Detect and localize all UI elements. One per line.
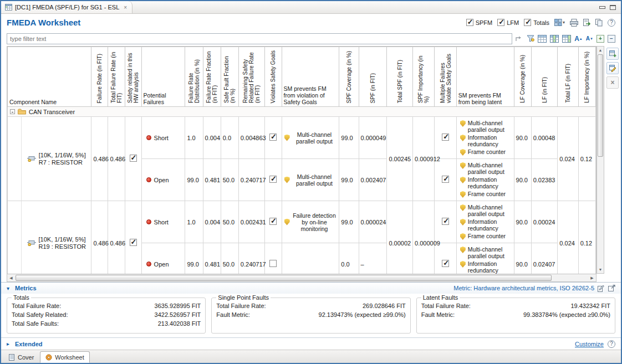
sm-violation-cell[interactable]: Failure detection by on-line monitoring [282, 201, 339, 243]
sm-latent-cell[interactable]: Multi-channel parallel output Informatio… [456, 243, 514, 274]
spf-importancy-cell[interactable]: 0.000912 [413, 117, 435, 201]
failure-rate-cell[interactable]: 0.486 [91, 117, 108, 201]
fr-distribution-cell[interactable]: 99.0 [185, 243, 203, 274]
sm-latent-cell[interactable]: Multi-channel parallel output Informatio… [456, 117, 514, 159]
lf-cell[interactable]: 0.00048 [531, 117, 558, 159]
vertical-scroll-thumb[interactable] [598, 54, 603, 157]
collapse-section-icon[interactable]: ▾ [7, 285, 12, 291]
open-metric-icon[interactable] [608, 285, 615, 291]
toggle-lfm[interactable]: LFM [497, 19, 519, 26]
lf-coverage-cell[interactable]: 90.0 [514, 159, 531, 201]
lf-coverage-cell[interactable]: 90.0 [514, 201, 531, 243]
violates-sg-cell[interactable] [264, 159, 282, 201]
horizontal-scrollbar[interactable]: ◀ ▶ [7, 274, 596, 282]
multiple-failures-checkbox[interactable] [442, 134, 449, 141]
lf-cell[interactable]: 0.02383 [531, 159, 558, 201]
multiple-failures-cell[interactable] [435, 243, 456, 274]
sm-violation-cell[interactable]: Multi-channel parallel output [282, 159, 339, 201]
lf-cell[interactable]: 0.00024 [531, 201, 558, 243]
scroll-up-icon[interactable]: ▲ [597, 47, 604, 54]
violates-sg-cell[interactable] [264, 243, 282, 274]
total-spf-cell[interactable]: 0.00245 [387, 117, 413, 201]
help-button[interactable]: ? [608, 19, 615, 27]
collapse-all-button[interactable]: − [608, 35, 615, 43]
spf-coverage-cell[interactable]: 99.0 [339, 117, 359, 159]
safe-fault-cell[interactable]: 50.0 [221, 243, 238, 274]
fr-distribution-cell[interactable]: 99.0 [185, 159, 203, 201]
spf-cell[interactable]: 0.000024 [359, 201, 387, 243]
fr-distribution-cell[interactable]: 1.0 [185, 201, 203, 243]
lf-coverage-cell[interactable]: 90.0 [514, 243, 531, 274]
violates-sg-cell[interactable] [264, 201, 282, 243]
spf-cell[interactable]: – [359, 243, 387, 274]
spf-coverage-cell[interactable]: 0.0 [339, 243, 359, 274]
lf-importancy-cell[interactable]: 0.12 [578, 117, 595, 201]
remaining-rate-cell[interactable]: 0.240717 [238, 159, 264, 201]
expand-all-button[interactable]: + [596, 35, 604, 43]
sm-latent-cell[interactable]: Multi-channel parallel output Informatio… [456, 201, 514, 243]
multiple-failures-checkbox[interactable] [442, 218, 449, 225]
remaining-rate-cell[interactable]: 0.240717 [238, 243, 264, 274]
tab-cover[interactable]: Cover [3, 351, 39, 363]
extended-title[interactable]: Extended [15, 341, 43, 347]
spf-coverage-cell[interactable]: 99.0 [339, 201, 359, 243]
fr-distribution-cell[interactable]: 1.0 [185, 117, 203, 159]
link-with-editor-button[interactable] [516, 34, 523, 44]
sm-violation-cell[interactable]: Multi-channel parallel output [282, 117, 339, 159]
horizontal-scroll-thumb[interactable] [16, 275, 552, 281]
violates-sg-cell[interactable] [264, 117, 282, 159]
collapse-group-icon[interactable] [10, 109, 15, 114]
view-layout-menu-button[interactable]: ▾ [554, 19, 565, 26]
edit-metric-icon[interactable] [598, 285, 605, 292]
failure-rate-cell[interactable]: 0.486 [91, 201, 108, 274]
minimize-button[interactable] [599, 4, 606, 11]
violates-sg-checkbox[interactable] [269, 260, 277, 267]
editor-tab[interactable]: [DC1] FMEDA (SPF/LF) for SG1 - ESL × [1, 1, 132, 13]
maximize-button[interactable] [609, 4, 616, 11]
toggle-spfm[interactable]: SPFM [466, 19, 493, 26]
print-button[interactable] [570, 19, 578, 27]
safety-related-cell[interactable] [125, 201, 141, 274]
lf-importancy-cell[interactable]: 0.12 [578, 201, 595, 274]
fr-fraction-cell[interactable]: 0.481 [203, 159, 221, 201]
potential-failure-cell[interactable]: Open [141, 159, 185, 201]
configure-filter-button[interactable] [527, 34, 534, 44]
potential-failure-cell[interactable]: Short [141, 201, 185, 243]
scroll-right-icon[interactable]: ▶ [588, 274, 596, 281]
show-spfm-columns-button[interactable] [550, 34, 559, 44]
multiple-failures-checkbox[interactable] [442, 176, 449, 183]
customize-link[interactable]: Customize [575, 341, 604, 347]
lf-cell[interactable]: 0.02407 [531, 243, 558, 274]
toggle-totals[interactable]: Totals [524, 19, 549, 26]
scroll-down-icon[interactable]: ▼ [597, 266, 604, 273]
scroll-left-icon[interactable]: ◀ [7, 274, 15, 281]
total-spf-cell[interactable]: 0.00002 [387, 201, 413, 274]
spf-importancy-cell[interactable]: 0.000009 [413, 201, 435, 274]
sm-latent-cell[interactable]: Multi-channel parallel output Informatio… [456, 159, 514, 201]
component-cell-r7[interactable]: [10K, 1/16W, 5%] R7 : RESISTOR [8, 117, 91, 201]
close-tab-icon[interactable]: × [124, 4, 127, 11]
multiple-failures-cell[interactable] [435, 159, 456, 201]
remaining-rate-cell[interactable]: 0.004863 [238, 117, 264, 159]
safety-related-checkbox[interactable] [130, 155, 137, 162]
group-row[interactable]: CAN Transceiver [8, 107, 596, 117]
fr-fraction-cell[interactable]: 0.004 [203, 117, 221, 159]
expand-section-icon[interactable]: ▸ [7, 341, 12, 347]
component-cell-r19[interactable]: [10K, 1/16W, 5%] R19 : RESISTOR [8, 201, 91, 274]
safety-related-cell[interactable] [125, 117, 141, 201]
lfm-checkbox[interactable] [497, 19, 504, 26]
safe-fault-cell[interactable]: 50.0 [221, 159, 238, 201]
add-row-button[interactable] [606, 48, 619, 60]
multiple-failures-cell[interactable] [435, 201, 456, 243]
spf-cell[interactable]: 0.002407 [359, 159, 387, 201]
remaining-rate-cell[interactable]: 0.002431 [238, 201, 264, 243]
violates-sg-checkbox[interactable] [269, 134, 277, 141]
violates-sg-checkbox[interactable] [269, 218, 277, 225]
total-lf-cell[interactable]: 0.024 [558, 117, 578, 201]
show-lfm-columns-button[interactable] [562, 34, 571, 44]
total-lf-cell[interactable]: 0.024 [558, 201, 578, 274]
export-button[interactable] [583, 19, 590, 27]
font-increase-button[interactable]: A▲ [574, 34, 583, 44]
fr-fraction-cell[interactable]: 0.004 [203, 201, 221, 243]
violates-sg-checkbox[interactable] [269, 176, 277, 183]
